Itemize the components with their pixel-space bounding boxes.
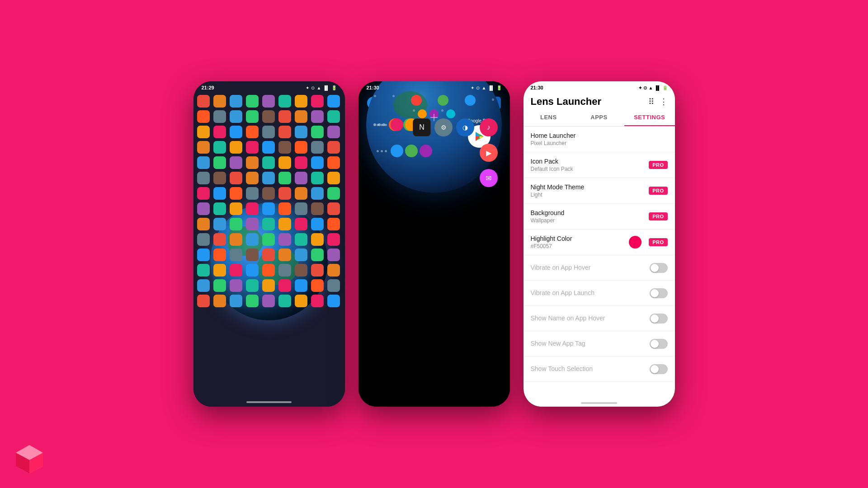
app-icon[interactable] bbox=[261, 202, 276, 216]
app-icon[interactable] bbox=[278, 125, 292, 139]
app-icon[interactable] bbox=[196, 294, 211, 308]
app-icon[interactable] bbox=[196, 125, 211, 139]
app-icon[interactable] bbox=[310, 109, 325, 124]
toggle-vibrate-hover[interactable] bbox=[650, 263, 668, 273]
app-icon[interactable] bbox=[229, 155, 243, 170]
app-icon[interactable] bbox=[261, 232, 276, 247]
setting-home-launcher[interactable]: Home Launcher Pixel Launcher bbox=[524, 127, 675, 152]
app-icon[interactable] bbox=[278, 109, 292, 124]
toggle-new-app-tag[interactable] bbox=[650, 339, 668, 349]
app-icon[interactable] bbox=[245, 109, 259, 124]
app-icon[interactable] bbox=[278, 217, 292, 231]
grid-icon[interactable]: ⠿ bbox=[648, 97, 654, 107]
app-icon[interactable] bbox=[229, 125, 243, 139]
app-icon[interactable] bbox=[294, 294, 308, 308]
app-icon[interactable] bbox=[212, 186, 227, 201]
app-icon[interactable] bbox=[212, 248, 227, 262]
app-icon[interactable] bbox=[229, 186, 243, 201]
app-icon[interactable] bbox=[196, 140, 211, 155]
app-icon[interactable] bbox=[278, 248, 292, 262]
app-icon[interactable] bbox=[310, 202, 325, 216]
app-icon[interactable] bbox=[261, 171, 276, 185]
app-icon[interactable] bbox=[212, 125, 227, 139]
app-icon[interactable] bbox=[261, 140, 276, 155]
app-icon[interactable] bbox=[212, 232, 227, 247]
app-icon[interactable] bbox=[310, 186, 325, 201]
app-icon[interactable] bbox=[212, 155, 227, 170]
app-icon[interactable] bbox=[326, 186, 341, 201]
app-icon[interactable] bbox=[196, 155, 211, 170]
app-icon[interactable] bbox=[212, 140, 227, 155]
app-icon[interactable] bbox=[294, 109, 308, 124]
app-icon[interactable] bbox=[245, 186, 259, 201]
app-icon[interactable] bbox=[326, 202, 341, 216]
app-icon[interactable] bbox=[212, 278, 227, 293]
app-icon[interactable] bbox=[245, 278, 259, 293]
app-icon[interactable] bbox=[326, 278, 341, 293]
app-icon[interactable] bbox=[229, 217, 243, 231]
app-icon[interactable] bbox=[278, 278, 292, 293]
tab-settings[interactable]: SETTINGS bbox=[624, 109, 675, 126]
setting-new-app-tag[interactable]: Show New App Tag bbox=[524, 331, 675, 357]
app-icon[interactable] bbox=[326, 94, 341, 108]
app-icon[interactable] bbox=[261, 248, 276, 262]
app-icon[interactable] bbox=[245, 125, 259, 139]
app-icon[interactable] bbox=[245, 248, 259, 262]
setting-touch-selection[interactable]: Show Touch Selection bbox=[524, 357, 675, 382]
app-icon[interactable] bbox=[326, 248, 341, 262]
app-icon[interactable] bbox=[212, 294, 227, 308]
app-icon[interactable] bbox=[310, 217, 325, 231]
app-icon[interactable] bbox=[326, 125, 341, 139]
app-icon[interactable] bbox=[261, 186, 276, 201]
app-icon[interactable] bbox=[294, 155, 308, 170]
app-icon[interactable] bbox=[294, 232, 308, 247]
app-icon[interactable] bbox=[212, 94, 227, 108]
app-icon[interactable] bbox=[229, 278, 243, 293]
app-icon[interactable] bbox=[261, 217, 276, 231]
app-icon[interactable] bbox=[278, 232, 292, 247]
app-icon[interactable] bbox=[245, 294, 259, 308]
app-icon[interactable] bbox=[245, 217, 259, 231]
app-icon[interactable] bbox=[326, 217, 341, 231]
app-icon[interactable] bbox=[229, 263, 243, 277]
app-icon[interactable] bbox=[196, 232, 211, 247]
app-icon[interactable] bbox=[196, 94, 211, 108]
app-icon[interactable] bbox=[261, 263, 276, 277]
app-icon[interactable] bbox=[229, 94, 243, 108]
app-icon[interactable] bbox=[261, 294, 276, 308]
app-icon[interactable] bbox=[245, 94, 259, 108]
app-icon[interactable] bbox=[212, 202, 227, 216]
app-icon[interactable] bbox=[245, 140, 259, 155]
app-icon[interactable] bbox=[310, 140, 325, 155]
app-icon[interactable] bbox=[196, 109, 211, 124]
app-icon[interactable] bbox=[310, 278, 325, 293]
app-icon[interactable] bbox=[261, 94, 276, 108]
app-icon[interactable] bbox=[196, 217, 211, 231]
app-icon[interactable] bbox=[229, 109, 243, 124]
app-icon[interactable] bbox=[229, 202, 243, 216]
app-icon[interactable] bbox=[326, 263, 341, 277]
toggle-touch-selection[interactable] bbox=[650, 364, 668, 374]
app-icon[interactable] bbox=[294, 186, 308, 201]
app-icon[interactable] bbox=[278, 186, 292, 201]
setting-background[interactable]: Background Wallpaper PRO bbox=[524, 204, 675, 230]
app-icon[interactable] bbox=[294, 125, 308, 139]
app-icon[interactable] bbox=[310, 155, 325, 170]
app-icon[interactable] bbox=[310, 232, 325, 247]
app-icon[interactable] bbox=[310, 294, 325, 308]
app-icon[interactable] bbox=[294, 278, 308, 293]
app-icon[interactable] bbox=[278, 94, 292, 108]
app-icon[interactable] bbox=[229, 171, 243, 185]
more-options-icon[interactable]: ⋮ bbox=[660, 97, 668, 107]
setting-night-mode[interactable]: Night Mode Theme Light PRO bbox=[524, 178, 675, 204]
app-icon[interactable] bbox=[294, 140, 308, 155]
app-icon[interactable] bbox=[278, 155, 292, 170]
app-icon[interactable] bbox=[310, 248, 325, 262]
app-icon[interactable] bbox=[229, 248, 243, 262]
app-icon[interactable] bbox=[229, 294, 243, 308]
app-icon[interactable] bbox=[310, 171, 325, 185]
app-icon[interactable] bbox=[245, 263, 259, 277]
setting-icon-pack[interactable]: Icon Pack Default Icon Pack PRO bbox=[524, 152, 675, 178]
app-icon[interactable] bbox=[278, 263, 292, 277]
app-icon[interactable] bbox=[212, 263, 227, 277]
